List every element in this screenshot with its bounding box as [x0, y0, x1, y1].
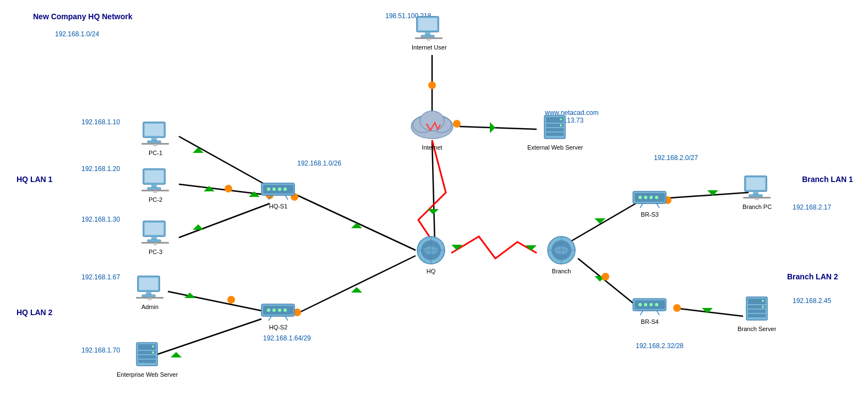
svg-point-76: [267, 309, 270, 312]
svg-point-120: [655, 196, 658, 199]
svg-point-79: [283, 309, 287, 312]
svg-point-37: [428, 81, 436, 89]
internet-user-label: Internet User: [412, 44, 447, 51]
svg-rect-54: [145, 223, 163, 235]
hqs1-device: HQ-S1: [260, 179, 296, 210]
svg-point-69: [278, 188, 281, 191]
enterprise-web-server-label: Enterprise Web Server: [117, 371, 178, 378]
svg-point-58: [153, 243, 157, 245]
admin-device: Admin: [135, 275, 165, 310]
svg-rect-61: [146, 291, 151, 295]
svg-marker-27: [594, 276, 605, 282]
svg-marker-26: [594, 218, 605, 224]
pc1-ip: 192.168.1.10: [81, 118, 120, 126]
svg-point-89: [152, 351, 154, 354]
svg-point-126: [638, 303, 642, 306]
svg-rect-86: [138, 355, 156, 359]
branch-lan2-subnet: 192.168.2.32/28: [636, 342, 684, 350]
svg-point-38: [602, 273, 609, 280]
svg-rect-42: [145, 124, 163, 136]
svg-marker-18: [351, 223, 362, 228]
svg-point-67: [267, 188, 270, 191]
svg-line-6: [297, 256, 416, 313]
ews-ip: 192.168.1.70: [81, 346, 120, 354]
svg-point-30: [225, 185, 232, 192]
svg-point-138: [755, 198, 759, 200]
svg-rect-142: [748, 310, 766, 313]
internet-label: Internet: [422, 144, 442, 151]
svg-point-88: [152, 345, 154, 348]
external-web-server-device: External Web Server: [527, 113, 583, 151]
svg-rect-62: [142, 295, 155, 297]
hq-title: New Company HQ Network: [33, 12, 132, 21]
svg-rect-136: [749, 195, 762, 197]
svg-line-131: [640, 311, 643, 315]
svg-marker-22: [428, 209, 439, 214]
pc3-device: PC-3: [140, 220, 171, 255]
svg-line-13: [674, 308, 743, 316]
svg-marker-14: [193, 147, 204, 153]
hqs2-subnet: 192.168.1.64/29: [263, 334, 311, 342]
admin-label: Admin: [141, 304, 159, 310]
svg-rect-60: [139, 278, 158, 290]
pc1-device: PC-1: [140, 121, 171, 156]
svg-rect-43: [151, 137, 157, 141]
svg-line-1: [179, 184, 270, 195]
svg-point-52: [153, 191, 157, 193]
svg-rect-56: [148, 240, 161, 242]
brs4-label: BR-S4: [641, 318, 658, 325]
external-web-server-label: External Web Server: [527, 144, 583, 151]
svg-rect-87: [138, 360, 156, 363]
enterprise-web-server-device: Enterprise Web Server: [117, 340, 178, 378]
svg-rect-100: [425, 32, 430, 35]
svg-point-127: [644, 303, 647, 306]
svg-point-118: [644, 196, 647, 199]
svg-point-77: [272, 309, 276, 312]
svg-point-70: [283, 188, 287, 191]
svg-line-132: [657, 311, 659, 315]
svg-rect-108: [546, 133, 564, 136]
internet-device: Internet: [407, 102, 457, 151]
svg-marker-23: [490, 122, 495, 133]
svg-point-128: [649, 303, 653, 306]
svg-marker-17: [249, 191, 260, 197]
svg-line-122: [640, 203, 643, 208]
svg-point-110: [560, 124, 562, 126]
hq-subnet: 192.168.1.0/24: [55, 30, 99, 38]
svg-point-68: [272, 188, 276, 191]
svg-marker-25: [526, 245, 537, 251]
svg-line-72: [269, 195, 271, 200]
branch-label: Branch: [552, 268, 571, 274]
pc3-ip: 192.168.1.30: [81, 216, 120, 223]
hqs1-subnet: 192.168.1.0/26: [297, 159, 341, 167]
svg-line-7: [432, 140, 435, 245]
hq-lan1-label: HQ LAN 1: [17, 175, 52, 184]
brs3-device: BR-S3: [632, 187, 668, 218]
svg-point-117: [638, 196, 642, 199]
brs4-device: BR-S4: [632, 294, 668, 325]
hq-device: HQ: [412, 234, 450, 274]
pc1-label: PC-1: [149, 150, 162, 156]
branch-pc-device: Branch PC: [742, 175, 772, 210]
svg-point-129: [655, 303, 658, 306]
pc3-label: PC-3: [149, 249, 162, 255]
svg-point-144: [762, 300, 764, 302]
svg-line-12: [669, 192, 749, 198]
svg-rect-143: [748, 314, 766, 317]
admin-ip: 192.168.1.67: [81, 273, 120, 281]
hqs1-label: HQ-S1: [269, 203, 288, 210]
branch-server-device: Branch Server: [738, 294, 776, 332]
svg-line-4: [168, 291, 261, 311]
svg-line-81: [269, 316, 271, 321]
svg-marker-15: [204, 186, 215, 191]
svg-line-2: [179, 203, 270, 238]
svg-line-0: [179, 136, 270, 187]
hq-label: HQ: [427, 268, 436, 274]
branch-pc-ip: 192.168.2.17: [793, 203, 831, 211]
svg-point-145: [762, 306, 764, 308]
svg-point-64: [148, 298, 152, 300]
svg-point-33: [227, 296, 235, 304]
svg-point-109: [560, 118, 562, 120]
pc2-ip: 192.168.1.20: [81, 165, 120, 173]
pc2-device: PC-2: [140, 168, 171, 203]
